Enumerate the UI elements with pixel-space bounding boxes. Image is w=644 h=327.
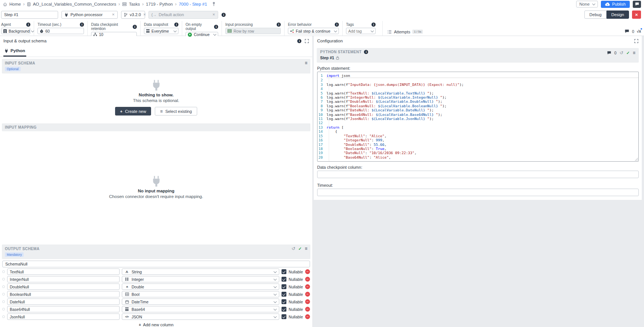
timeout-input[interactable] (45, 29, 82, 33)
validate-icon[interactable] (626, 51, 630, 55)
python-code-editor[interactable]: 1import json23log.warn(f"InputData: {jso… (317, 72, 639, 162)
publish-button[interactable]: Publish (601, 1, 630, 8)
chevron-down-icon (334, 29, 337, 32)
tags-input[interactable] (348, 29, 369, 33)
agent-label: Agent (1, 22, 11, 27)
column-name-input[interactable] (7, 306, 120, 312)
info-icon[interactable] (277, 22, 281, 27)
environment-select[interactable]: None (576, 1, 598, 8)
info-icon[interactable] (174, 22, 178, 27)
error-behavior-select[interactable]: Fail step & continue (288, 28, 339, 34)
clear-version-icon[interactable] (143, 13, 146, 16)
remove-column-button[interactable] (305, 277, 310, 282)
step-name-input[interactable] (4, 12, 55, 17)
design-button[interactable]: Design (607, 10, 629, 19)
column-name-input[interactable] (7, 314, 120, 320)
comments-icon[interactable] (625, 29, 629, 33)
attempts-label: Attempts (394, 30, 410, 34)
menu-icon[interactable] (305, 246, 307, 251)
pin-icon[interactable] (212, 2, 216, 6)
select-existing-button[interactable]: Select existing (155, 107, 197, 116)
clear-action-icon[interactable] (212, 13, 215, 16)
info-icon[interactable] (364, 50, 368, 54)
column-name-input[interactable] (7, 268, 120, 275)
remove-column-button[interactable] (305, 269, 310, 274)
validate-icon[interactable] (298, 247, 302, 251)
remove-column-button[interactable] (305, 292, 310, 297)
column-name-input[interactable] (7, 284, 120, 290)
drag-handle[interactable] (2, 315, 5, 318)
column-type-select[interactable]: «Double (122, 284, 279, 290)
info-icon[interactable] (335, 22, 339, 27)
connector-input[interactable]: Python processor (61, 11, 118, 19)
drag-handle[interactable] (2, 285, 5, 288)
debug-button[interactable]: Debug (584, 10, 606, 19)
column-type-select[interactable]: AString (122, 268, 279, 275)
undo-icon[interactable] (620, 51, 623, 55)
timeout-field-input[interactable] (317, 189, 639, 196)
drag-handle[interactable] (2, 300, 5, 303)
schema-column-row: DateTimeNullable (2, 298, 310, 305)
remove-column-button[interactable] (305, 314, 310, 319)
clock-icon (40, 29, 43, 33)
comments-count: 0 (632, 29, 634, 34)
breadcrumb-tasks[interactable]: Tasks (129, 2, 140, 6)
drag-handle[interactable] (2, 293, 5, 296)
column-name-input[interactable] (7, 276, 120, 282)
clear-connector-icon[interactable] (112, 13, 115, 16)
close-step-button[interactable] (632, 10, 641, 19)
info-icon[interactable] (214, 25, 218, 29)
info-icon[interactable] (222, 13, 226, 17)
checkpoint-column-input[interactable] (317, 171, 639, 178)
nullable-checkbox[interactable] (282, 277, 286, 282)
breadcrumb-home[interactable]: Home (9, 2, 21, 6)
column-name-input[interactable] (7, 298, 120, 305)
nullable-checkbox[interactable] (282, 292, 286, 297)
create-new-button[interactable]: Create new (115, 107, 151, 116)
nullable-checkbox[interactable] (282, 269, 286, 274)
expand-icon[interactable] (634, 39, 638, 43)
drag-handle[interactable] (2, 270, 5, 273)
breadcrumb-task[interactable]: 1719 - Python (146, 2, 173, 6)
expand-icon[interactable] (305, 39, 309, 43)
remove-column-button[interactable] (305, 307, 310, 312)
comments-icon[interactable] (607, 51, 611, 55)
base64-icon (125, 308, 129, 311)
tab-python[interactable]: Python (3, 46, 26, 57)
column-name-input[interactable] (7, 291, 120, 297)
version-input[interactable]: v3.2.0 (121, 11, 145, 19)
info-icon[interactable] (80, 22, 84, 27)
nullable-checkbox[interactable] (282, 314, 286, 319)
info-icon[interactable] (297, 39, 301, 43)
menu-icon[interactable] (305, 61, 307, 65)
undo-icon[interactable] (292, 246, 295, 251)
attempts-button[interactable]: Attempts 1 / 5s (386, 28, 423, 36)
add-column-button[interactable]: Add new column (2, 322, 310, 327)
menu-icon[interactable] (633, 51, 635, 55)
info-icon[interactable] (133, 25, 137, 29)
breadcrumb-project[interactable]: AO_Local_Variables_Common_Connectors (33, 2, 116, 6)
output-columns: AStringNullableIntegerNullable«DoubleNul… (2, 268, 310, 320)
action-input[interactable]: (→ Default action (148, 11, 218, 19)
schema-name-input[interactable] (2, 261, 310, 267)
column-type-select[interactable]: Base64 (122, 306, 279, 312)
column-type-select[interactable]: Integer (122, 276, 279, 282)
line-number: 11 (318, 117, 326, 121)
column-type-select[interactable]: Bool (122, 291, 279, 297)
drag-handle[interactable] (2, 278, 5, 280)
info-icon[interactable] (26, 22, 30, 27)
nullable-checkbox[interactable] (282, 307, 286, 312)
agent-select[interactable]: Background (1, 28, 30, 34)
drag-handle[interactable] (2, 308, 5, 310)
column-type-select[interactable]: DateTime (122, 298, 279, 305)
help-chat-button[interactable] (633, 1, 641, 8)
remove-column-button[interactable] (305, 299, 310, 304)
nullable-checkbox[interactable] (282, 299, 286, 304)
formula-icon[interactable] (637, 29, 641, 33)
remove-column-button[interactable] (305, 284, 310, 289)
column-type-select[interactable]: </>JSON (122, 314, 279, 320)
snapshot-select[interactable]: Everytime (144, 28, 178, 34)
breadcrumb-step[interactable]: 7000 - Step #1 (179, 2, 207, 6)
info-icon[interactable] (371, 22, 376, 27)
nullable-checkbox[interactable] (282, 284, 286, 289)
